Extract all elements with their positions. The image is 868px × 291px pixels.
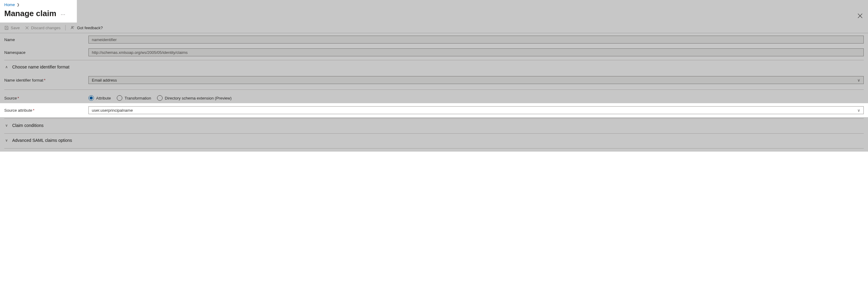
chevron-down-icon: ∨ xyxy=(4,123,8,128)
feedback-icon xyxy=(70,26,75,30)
divider xyxy=(4,148,864,149)
chevron-down-icon: ∨ xyxy=(4,138,8,142)
name-input[interactable] xyxy=(88,36,864,43)
source-transformation-label: Transformation xyxy=(124,96,151,101)
svg-point-0 xyxy=(72,26,73,27)
name-identifier-format-select[interactable]: Email address ∨ xyxy=(88,76,864,84)
page-title: Manage claim xyxy=(4,9,56,18)
nif-value: Email address xyxy=(92,78,117,82)
chevron-right-icon: ❯ xyxy=(17,3,20,7)
breadcrumb: Home ❯ xyxy=(0,0,77,7)
feedback-button[interactable]: Got feedback? xyxy=(70,26,103,30)
toolbar-divider xyxy=(65,25,66,30)
nif-section-label: Choose name identifier format xyxy=(12,65,69,69)
source-attribute-label: Source attribute* xyxy=(4,108,88,113)
close-icon xyxy=(858,13,863,18)
more-icon[interactable]: … xyxy=(61,11,66,17)
feedback-label: Got feedback? xyxy=(77,26,103,30)
chevron-down-icon: ∨ xyxy=(857,108,860,113)
namespace-label: Namespace xyxy=(4,50,88,55)
chevron-down-icon: ∨ xyxy=(857,78,860,82)
advanced-saml-label: Advanced SAML claims options xyxy=(12,138,72,143)
breadcrumb-home[interactable]: Home xyxy=(4,2,15,7)
save-icon xyxy=(4,26,9,30)
claim-conditions-label: Claim conditions xyxy=(12,123,43,128)
advanced-saml-section[interactable]: ∨ Advanced SAML claims options xyxy=(4,134,864,147)
source-attribute-label: Attribute xyxy=(96,96,111,101)
discard-icon xyxy=(25,26,29,30)
name-label: Name xyxy=(4,37,88,42)
save-button[interactable]: Save xyxy=(4,26,20,30)
name-identifier-format-section[interactable]: ∧ Choose name identifier format xyxy=(4,60,864,74)
source-attribute-value: user.userprincipalname xyxy=(92,108,133,113)
namespace-input[interactable] xyxy=(88,48,864,56)
source-directory-label: Directory schema extension (Preview) xyxy=(165,96,231,101)
nif-label: Name identifier format* xyxy=(4,78,88,82)
source-attribute-radio[interactable]: Attribute xyxy=(88,95,111,101)
source-attribute-select[interactable]: user.userprincipalname ∨ xyxy=(88,106,864,114)
discard-button[interactable]: Discard changes xyxy=(25,26,61,30)
close-button[interactable] xyxy=(858,13,863,19)
source-label: Source* xyxy=(4,96,88,101)
source-transformation-radio[interactable]: Transformation xyxy=(117,95,151,101)
source-radio-group: Attribute Transformation Directory schem… xyxy=(88,95,864,101)
chevron-up-icon: ∧ xyxy=(4,65,8,69)
save-label: Save xyxy=(11,26,20,30)
discard-label: Discard changes xyxy=(31,26,61,30)
source-directory-radio[interactable]: Directory schema extension (Preview) xyxy=(157,95,231,101)
claim-conditions-section[interactable]: ∨ Claim conditions xyxy=(4,119,864,132)
